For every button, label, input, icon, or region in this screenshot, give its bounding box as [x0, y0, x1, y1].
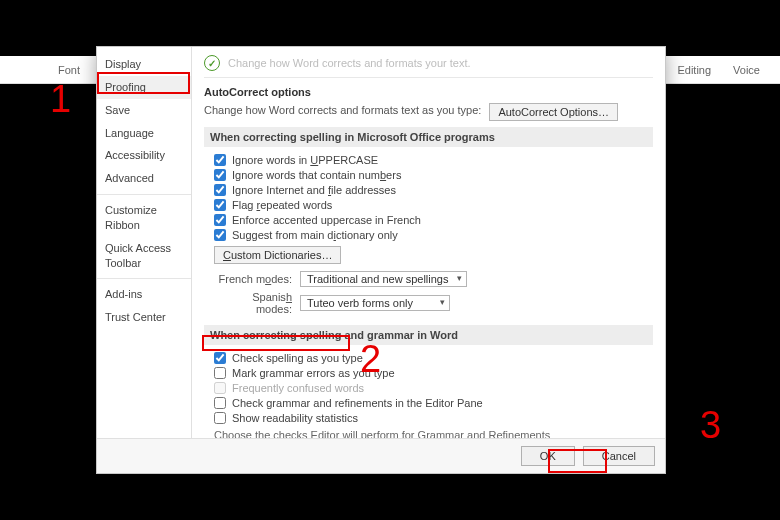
content-partial-heading: Change how Word corrects and formats you…: [228, 57, 471, 69]
ribbon-group-voice: Voice: [733, 64, 760, 76]
sidebar-item-quick-access-toolbar[interactable]: Quick Access Toolbar: [97, 237, 191, 275]
options-sidebar: Display Proofing Save Language Accessibi…: [97, 47, 192, 438]
french-modes-select[interactable]: Traditional and new spellings: [300, 271, 467, 287]
sidebar-item-accessibility[interactable]: Accessibility: [97, 144, 191, 167]
group2-header: When correcting spelling and grammar in …: [204, 325, 653, 345]
check-spelling-as-you-type-checkbox[interactable]: Check spelling as you type: [214, 350, 649, 365]
ribbon-group-editing: Editing: [677, 64, 711, 76]
cancel-button[interactable]: Cancel: [583, 446, 655, 466]
dialog-footer: OK Cancel: [97, 438, 665, 473]
autocorrect-title: AutoCorrect options: [204, 86, 653, 98]
mark-grammar-errors-checkbox[interactable]: Mark grammar errors as you type: [214, 365, 649, 380]
sidebar-item-advanced[interactable]: Advanced: [97, 167, 191, 190]
ignore-internet-checkbox[interactable]: Ignore Internet and file addresses: [214, 182, 649, 197]
sidebar-item-language[interactable]: Language: [97, 122, 191, 145]
show-readability-stats-checkbox[interactable]: Show readability statistics: [214, 410, 649, 425]
sidebar-item-proofing[interactable]: Proofing: [97, 76, 191, 99]
options-content: ✓ Change how Word corrects and formats y…: [192, 47, 665, 438]
callout-number-1: 1: [50, 78, 71, 121]
sidebar-item-trust-center[interactable]: Trust Center: [97, 306, 191, 329]
group1-header: When correcting spelling in Microsoft Of…: [204, 127, 653, 147]
frequently-confused-words-checkbox: Frequently confused words: [214, 380, 649, 395]
check-circle-icon: ✓: [204, 55, 220, 71]
ignore-numbers-checkbox[interactable]: Ignore words that contain numbers: [214, 167, 649, 182]
sidebar-item-customize-ribbon[interactable]: Customize Ribbon: [97, 199, 191, 237]
sidebar-item-display[interactable]: Display: [97, 53, 191, 76]
autocorrect-options-button[interactable]: AutoCorrect Options…: [489, 103, 618, 121]
spanish-modes-label: Spanish modes:: [214, 291, 292, 315]
sidebar-item-add-ins[interactable]: Add-ins: [97, 283, 191, 306]
word-options-dialog: Display Proofing Save Language Accessibi…: [96, 46, 666, 474]
callout-number-3: 3: [700, 404, 721, 447]
suggest-main-dict-checkbox[interactable]: Suggest from main dictionary only: [214, 227, 649, 242]
ribbon-group-font: Font: [58, 64, 80, 76]
ok-button[interactable]: OK: [521, 446, 575, 466]
check-grammar-editor-pane-checkbox[interactable]: Check grammar and refinements in the Edi…: [214, 395, 649, 410]
flag-repeated-checkbox[interactable]: Flag repeated words: [214, 197, 649, 212]
choose-checks-note: Choose the checks Editor will perform fo…: [214, 429, 649, 438]
french-modes-label: French modes:: [214, 273, 292, 285]
enforce-accented-checkbox[interactable]: Enforce accented uppercase in French: [214, 212, 649, 227]
ignore-uppercase-checkbox[interactable]: Ignore words in UPPERCASE: [214, 152, 649, 167]
autocorrect-subtext: Change how Word corrects and formats tex…: [204, 104, 481, 116]
sidebar-item-save[interactable]: Save: [97, 99, 191, 122]
spanish-modes-select[interactable]: Tuteo verb forms only: [300, 295, 450, 311]
custom-dictionaries-button[interactable]: Custom Dictionaries…: [214, 246, 341, 264]
